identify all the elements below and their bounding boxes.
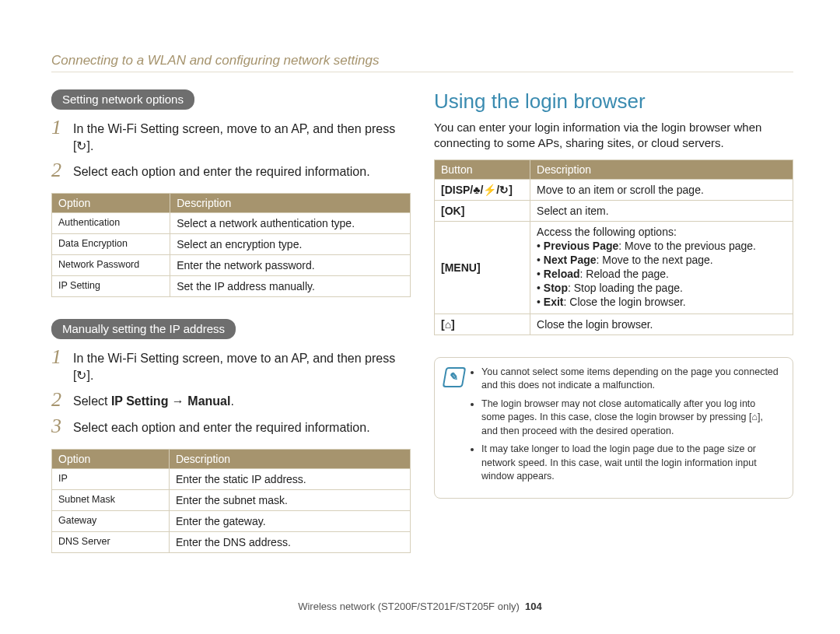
menu-head: Access the following options: xyxy=(537,226,786,238)
table-row: [OK] Select an item. xyxy=(435,200,793,221)
th-option: Option xyxy=(52,194,170,213)
table-row: Subnet MaskEnter the subnet mask. xyxy=(52,490,411,511)
table-row: Network PasswordEnter the network passwo… xyxy=(52,255,411,276)
step-text: Select each option and enter the require… xyxy=(73,416,370,436)
note-item: It may take longer to load the login pag… xyxy=(481,443,782,484)
table-row: IPEnter the static IP address. xyxy=(52,469,411,490)
cell-option: DNS Server xyxy=(52,532,170,553)
cell-button: [MENU] xyxy=(435,221,530,313)
step-number: 2 xyxy=(51,390,68,410)
step-2: 2 Select IP Setting → Manual. xyxy=(51,390,411,410)
cell-desc: Set the IP address manually. xyxy=(170,276,411,297)
cell-desc: Access the following options: Previous P… xyxy=(530,221,793,313)
table-row: [MENU] Access the following options: Pre… xyxy=(435,221,793,313)
section-title: Using the login browser xyxy=(434,89,793,114)
th-button: Button xyxy=(435,159,530,179)
page-header: Connecting to a WLAN and configuring net… xyxy=(51,53,793,68)
cell-option: Subnet Mask xyxy=(52,490,170,511)
th-description: Description xyxy=(170,194,411,213)
cell-option: IP xyxy=(52,469,170,490)
cell-option: Network Password xyxy=(52,255,170,276)
cell-option: Data Encryption xyxy=(52,234,170,255)
cell-desc: Close the login browser. xyxy=(530,313,793,335)
cell-option: IP Setting xyxy=(52,276,170,297)
cell-desc: Select a network authentication type. xyxy=(170,213,411,234)
step-1: 1 In the Wi-Fi Setting screen, move to a… xyxy=(51,117,411,154)
right-column: Using the login browser You can enter yo… xyxy=(434,89,793,575)
table-row: Data EncryptionSelect an encryption type… xyxy=(52,234,411,255)
intro-paragraph: You can enter your login information via… xyxy=(434,120,793,152)
pill-setting-network-options: Setting network options xyxy=(51,89,194,110)
cell-desc: Select an item. xyxy=(530,200,793,221)
cell-button: [OK] xyxy=(435,200,530,221)
button-table: Button Description [DISP/♣/⚡/↻] Move to … xyxy=(434,159,793,335)
bold-text: Reload xyxy=(544,268,580,280)
cell-desc: Enter the DNS address. xyxy=(169,532,410,553)
step-3: 3 Select each option and enter the requi… xyxy=(51,416,411,436)
cell-button: [⌂] xyxy=(435,313,530,335)
step-text: In the Wi-Fi Setting screen, move to an … xyxy=(73,117,411,154)
menu-item: Reload: Reload the page. xyxy=(537,268,786,280)
th-option: Option xyxy=(52,450,170,469)
footer-text: Wireless network (ST200F/ST201F/ST205F o… xyxy=(298,601,520,612)
menu-item: Stop: Stop loading the page. xyxy=(537,282,786,294)
table-row: [DISP/♣/⚡/↻] Move to an item or scroll t… xyxy=(435,179,793,200)
table-row: [⌂] Close the login browser. xyxy=(435,313,793,335)
options-table-2: Option Description IPEnter the static IP… xyxy=(51,449,411,553)
bold-text: Previous Page xyxy=(544,240,619,252)
cell-option: Authentication xyxy=(52,213,170,234)
text: : Close the login browser. xyxy=(564,296,686,308)
step-text: Select each option and enter the require… xyxy=(73,160,370,180)
step-1: 1 In the Wi-Fi Setting screen, move to a… xyxy=(51,347,411,384)
cell-desc: Move to an item or scroll the page. xyxy=(530,179,793,200)
cell-desc: Enter the static IP address. xyxy=(169,469,410,490)
options-table-1: Option Description AuthenticationSelect … xyxy=(51,193,411,297)
note-item: The login browser may not close automati… xyxy=(481,398,782,439)
text: . xyxy=(230,394,233,408)
menu-item: Next Page: Move to the next page. xyxy=(537,254,786,266)
menu-item: Previous Page: Move to the previous page… xyxy=(537,240,786,252)
cell-desc: Enter the subnet mask. xyxy=(169,490,410,511)
step-number: 1 xyxy=(51,347,68,367)
note-icon: ✎ xyxy=(443,367,467,387)
bold-text: Next Page xyxy=(544,254,597,266)
table-row: DNS ServerEnter the DNS address. xyxy=(52,532,411,553)
page-number: 104 xyxy=(525,601,542,612)
step-number: 1 xyxy=(51,117,68,138)
text: : Reload the page. xyxy=(580,268,669,280)
step-text: Select IP Setting → Manual. xyxy=(73,390,234,410)
th-description: Description xyxy=(169,450,410,469)
pill-manual-ip: Manually setting the IP address xyxy=(51,319,236,339)
step-text: In the Wi-Fi Setting screen, move to an … xyxy=(73,347,411,384)
text: : Move to the previous page. xyxy=(618,240,756,252)
text: Select xyxy=(73,394,111,408)
th-description: Description xyxy=(530,159,793,179)
cell-option: Gateway xyxy=(52,511,170,532)
left-column: Setting network options 1 In the Wi-Fi S… xyxy=(51,89,411,575)
table-row: AuthenticationSelect a network authentic… xyxy=(52,213,411,234)
bold-text: Exit xyxy=(544,296,564,308)
cell-desc: Enter the gateway. xyxy=(169,511,410,532)
text: : Stop loading the page. xyxy=(568,282,683,294)
menu-item: Exit: Close the login browser. xyxy=(537,296,786,308)
bold-text: IP Setting → Manual xyxy=(111,394,231,408)
footer: Wireless network (ST200F/ST201F/ST205F o… xyxy=(0,601,840,612)
step-2: 2 Select each option and enter the requi… xyxy=(51,160,411,180)
step-number: 3 xyxy=(51,416,68,436)
table-row: GatewayEnter the gateway. xyxy=(52,511,411,532)
note-box: ✎ You cannot select some items depending… xyxy=(434,357,793,499)
cell-button: [DISP/♣/⚡/↻] xyxy=(435,179,530,200)
note-item: You cannot select some items depending o… xyxy=(481,366,782,393)
cell-desc: Select an encryption type. xyxy=(170,234,411,255)
cell-desc: Enter the network password. xyxy=(170,255,411,276)
step-number: 2 xyxy=(51,160,68,180)
bold-text: Stop xyxy=(544,282,568,294)
table-row: IP SettingSet the IP address manually. xyxy=(52,276,411,297)
text: : Move to the next page. xyxy=(597,254,713,266)
header-rule xyxy=(51,72,793,72)
